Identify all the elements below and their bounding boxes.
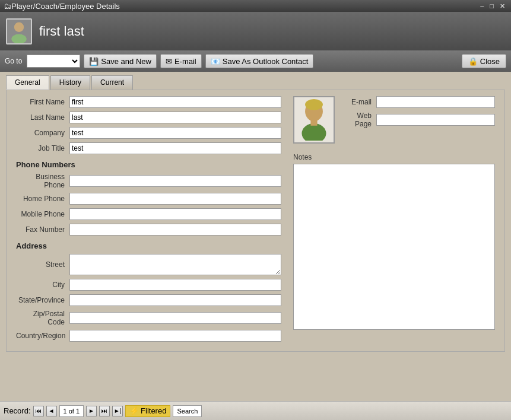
tab-current[interactable]: Current bbox=[91, 75, 133, 90]
first-name-label: First Name bbox=[16, 98, 69, 106]
street-row: Street bbox=[16, 254, 281, 275]
right-fields: E-mail Web Page bbox=[341, 96, 495, 148]
save-as-outlook-button[interactable]: 📧 Save As Outlook Contact bbox=[205, 54, 314, 68]
notes-textarea[interactable] bbox=[293, 164, 495, 330]
prev-record-button[interactable]: ◄ bbox=[46, 406, 57, 416]
svg-point-3 bbox=[305, 99, 323, 110]
mobile-phone-label: Mobile Phone bbox=[16, 210, 69, 218]
tab-bar: General History Current bbox=[0, 72, 511, 90]
company-input[interactable] bbox=[69, 127, 281, 139]
zip-postal-input[interactable] bbox=[69, 312, 281, 324]
web-page-row: Web Page bbox=[341, 112, 495, 128]
fax-number-row: Fax Number bbox=[16, 224, 281, 236]
mobile-phone-input[interactable] bbox=[69, 208, 281, 220]
job-title-input[interactable] bbox=[69, 142, 281, 154]
email-icon: ✉ bbox=[166, 57, 172, 66]
last-record-button[interactable]: ⏭ bbox=[99, 406, 110, 416]
first-record-button[interactable]: ⏮ bbox=[33, 406, 44, 416]
maximize-button[interactable]: □ bbox=[487, 2, 496, 11]
company-row: Company bbox=[16, 127, 281, 139]
state-province-row: State/Province bbox=[16, 294, 281, 306]
first-name-input[interactable] bbox=[69, 96, 281, 108]
country-region-row: Country/Region bbox=[16, 330, 281, 342]
new-record-button[interactable]: ►| bbox=[112, 406, 123, 416]
svg-point-0 bbox=[14, 22, 24, 31]
title-bar-controls: – □ ✕ bbox=[478, 2, 507, 11]
outlook-icon: 📧 bbox=[211, 57, 220, 66]
zip-postal-label: Zip/Postal Code bbox=[16, 310, 69, 326]
web-page-input[interactable] bbox=[376, 114, 495, 126]
minimize-button[interactable]: – bbox=[478, 2, 486, 11]
address-section-title: Address bbox=[16, 241, 281, 250]
svg-point-1 bbox=[11, 34, 26, 43]
notes-section: Notes bbox=[293, 153, 495, 332]
business-phone-row: Business Phone bbox=[16, 173, 281, 189]
phone-numbers-section-title: Phone Numbers bbox=[16, 160, 281, 169]
record-count: 1 of 1 bbox=[59, 405, 84, 417]
svg-point-4 bbox=[301, 123, 326, 141]
toolbar: Go to 💾 Save and New ✉ E-mail 📧 Save As … bbox=[0, 50, 511, 72]
email-label: E-mail bbox=[341, 98, 376, 106]
home-phone-row: Home Phone bbox=[16, 193, 281, 205]
tab-general[interactable]: General bbox=[6, 75, 49, 90]
title-bar-text: Player/Coach/Employee Details bbox=[11, 2, 120, 11]
business-phone-input[interactable] bbox=[69, 175, 281, 187]
home-phone-input[interactable] bbox=[69, 193, 281, 205]
close-button[interactable]: 🔒 Close bbox=[462, 54, 506, 68]
close-icon: 🔒 bbox=[468, 57, 478, 66]
email-input[interactable] bbox=[376, 96, 495, 108]
app-icon: 🗂 bbox=[4, 2, 11, 11]
state-province-input[interactable] bbox=[69, 294, 281, 306]
form-right: E-mail Web Page Notes bbox=[293, 96, 495, 345]
country-region-label: Country/Region bbox=[16, 332, 69, 340]
form-grid: First Name Last Name Company Job Title P… bbox=[16, 96, 495, 345]
home-phone-label: Home Phone bbox=[16, 195, 69, 203]
first-name-row: First Name bbox=[16, 96, 281, 108]
fax-number-input[interactable] bbox=[69, 224, 281, 236]
main-content: General History Current First Name Last … bbox=[0, 72, 511, 401]
street-label: Street bbox=[16, 260, 69, 269]
save-and-new-icon: 💾 bbox=[89, 57, 99, 66]
header-name: first last bbox=[39, 24, 84, 39]
right-top: E-mail Web Page bbox=[293, 96, 495, 148]
email-row: E-mail bbox=[341, 96, 495, 108]
header: first last bbox=[0, 12, 511, 50]
goto-label: Go to bbox=[5, 57, 22, 65]
last-name-input[interactable] bbox=[69, 112, 281, 123]
person-photo-icon bbox=[296, 99, 332, 141]
company-label: Company bbox=[16, 129, 69, 137]
last-name-row: Last Name bbox=[16, 112, 281, 123]
fax-number-label: Fax Number bbox=[16, 225, 69, 234]
goto-select[interactable] bbox=[27, 55, 80, 68]
last-name-label: Last Name bbox=[16, 113, 69, 122]
search-button[interactable]: Search bbox=[173, 405, 202, 417]
filter-icon: ⚡ bbox=[129, 406, 139, 415]
city-label: City bbox=[16, 281, 69, 289]
next-record-button[interactable]: ► bbox=[86, 406, 97, 416]
job-title-label: Job Title bbox=[16, 144, 69, 152]
job-title-row: Job Title bbox=[16, 142, 281, 154]
close-window-button[interactable]: ✕ bbox=[497, 2, 507, 11]
business-phone-label: Business Phone bbox=[16, 173, 69, 189]
save-and-new-button[interactable]: 💾 Save and New bbox=[84, 54, 157, 68]
status-bar: Record: ⏮ ◄ 1 of 1 ► ⏭ ►| ⚡ Filtered Sea… bbox=[0, 401, 511, 420]
header-person-icon bbox=[7, 20, 31, 43]
header-avatar bbox=[6, 18, 32, 44]
mobile-phone-row: Mobile Phone bbox=[16, 208, 281, 220]
web-page-label: Web Page bbox=[341, 112, 376, 128]
svg-rect-5 bbox=[310, 119, 317, 126]
notes-label: Notes bbox=[293, 153, 495, 161]
form-left: First Name Last Name Company Job Title P… bbox=[16, 96, 281, 345]
city-input[interactable] bbox=[69, 279, 281, 291]
zip-postal-row: Zip/Postal Code bbox=[16, 310, 281, 326]
state-province-label: State/Province bbox=[16, 296, 69, 304]
city-row: City bbox=[16, 279, 281, 291]
form-area: First Name Last Name Company Job Title P… bbox=[6, 90, 505, 352]
country-region-input[interactable] bbox=[69, 330, 281, 342]
title-bar: 🗂 Player/Coach/Employee Details – □ ✕ bbox=[0, 0, 511, 12]
email-button[interactable]: ✉ E-mail bbox=[160, 54, 202, 68]
filtered-badge: ⚡ Filtered bbox=[125, 405, 170, 417]
street-input[interactable] bbox=[69, 254, 281, 275]
tab-history[interactable]: History bbox=[50, 75, 90, 90]
record-label: Record: bbox=[4, 406, 31, 415]
